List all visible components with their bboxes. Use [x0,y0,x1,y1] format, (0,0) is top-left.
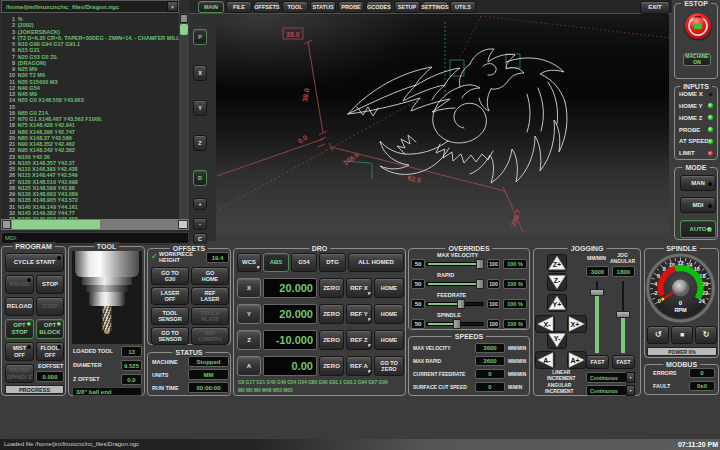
svg-text:38.0: 38.0 [301,87,310,102]
svg-text:X+: X+ [571,321,580,328]
svg-text:Y+: Y+ [553,301,562,308]
svg-text:2: 2 [654,290,657,296]
svg-text:148.9: 148.9 [342,151,360,167]
svg-text:62.9: 62.9 [407,174,422,184]
svg-text:Z+: Z+ [553,261,561,268]
svg-text:A-: A- [543,357,551,364]
svg-text:A+: A+ [570,357,579,364]
svg-text:0.0: 0.0 [297,133,309,144]
svg-text:Y-: Y- [554,335,561,342]
svg-text:X-: X- [544,321,552,328]
svg-text:0: 0 [658,298,661,304]
svg-text:Z-: Z- [554,277,561,284]
svg-text:38.0: 38.0 [286,31,300,38]
svg-text:6: 6 [657,273,660,279]
svg-text:RPM: RPM [674,307,687,313]
